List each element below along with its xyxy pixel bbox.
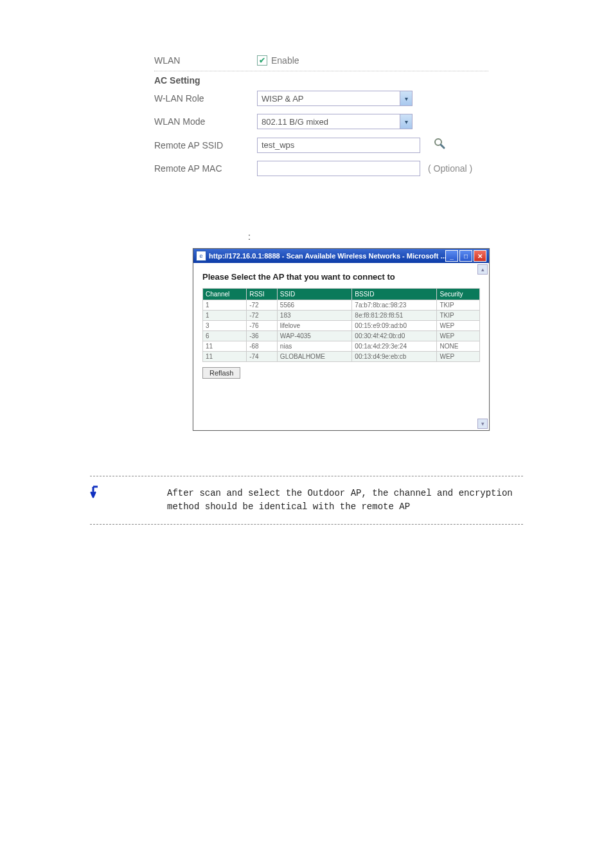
remote-ap-mac-label: Remote AP MAC xyxy=(154,163,257,174)
wlan-mode-label: WLAN Mode xyxy=(154,116,257,127)
ac-setting-header-row: AC Setting xyxy=(154,74,488,87)
table-row[interactable]: 3-76lifelove00:15:e9:09:ad:b0WEP xyxy=(203,321,480,331)
dialog-body: ▴ Please Select the AP that you want to … xyxy=(193,263,489,430)
scan-dialog: e http://172.16.0.1:8888 - Scan Availabl… xyxy=(193,248,490,431)
cell-rssi: -36 xyxy=(247,331,278,341)
dashed-divider xyxy=(90,524,523,525)
checkbox-icon: ✔ xyxy=(257,55,267,66)
wlan-role-select[interactable]: WISP & AP ▾ xyxy=(257,91,413,106)
cell-bssid: 00:1a:4d:29:3e:24 xyxy=(352,341,437,352)
colon-text: : xyxy=(248,231,613,242)
note-section: After scan and select the Outdoor AP, th… xyxy=(90,476,523,525)
cell-rssi: -72 xyxy=(247,311,278,321)
cell-channel: 1 xyxy=(203,311,247,321)
cell-ssid: 183 xyxy=(277,311,351,321)
cell-rssi: -74 xyxy=(247,352,278,362)
cell-bssid: 00:15:e9:09:ad:b0 xyxy=(352,321,437,331)
table-row[interactable]: 11-68nias00:1a:4d:29:3e:24NONE xyxy=(203,341,480,352)
scroll-up-icon[interactable]: ▴ xyxy=(477,264,488,275)
remote-ap-ssid-row: Remote AP SSID test_wps xyxy=(154,133,488,157)
note-arrow-icon xyxy=(90,485,103,500)
cell-security: WEP xyxy=(437,352,480,362)
cell-rssi: -76 xyxy=(247,321,278,331)
col-channel: Channel xyxy=(203,289,247,300)
table-row[interactable]: 1-7255667a:b7:8b:ac:98:23TKIP xyxy=(203,300,480,311)
wlan-mode-value: 802.11 B/G mixed xyxy=(258,117,400,127)
cell-ssid: lifelove xyxy=(277,321,351,331)
scroll-down-icon[interactable]: ▾ xyxy=(477,419,488,429)
col-security: Security xyxy=(437,289,480,300)
remote-ap-mac-row: Remote AP MAC ( Optional ) xyxy=(154,157,488,180)
ac-settings-panel: WLAN ✔ Enable AC Setting W-LAN Role WISP… xyxy=(154,51,488,180)
table-row[interactable]: 1-721838e:f8:81:28:f8:51TKIP xyxy=(203,311,480,321)
minimize-button[interactable]: _ xyxy=(445,250,458,262)
optional-label: ( Optional ) xyxy=(428,163,472,174)
col-rssi: RSSI xyxy=(247,289,278,300)
svg-line-1 xyxy=(441,145,444,148)
col-bssid: BSSID xyxy=(352,289,437,300)
cell-bssid: 8e:f8:81:28:f8:51 xyxy=(352,311,437,321)
cell-channel: 1 xyxy=(203,300,247,311)
wlan-label: WLAN xyxy=(154,55,257,66)
wlan-role-row: W-LAN Role WISP & AP ▾ xyxy=(154,87,488,110)
dialog-heading: Please Select the AP that you want to co… xyxy=(202,272,480,282)
table-header-row: Channel RSSI SSID BSSID Security xyxy=(203,289,480,300)
scan-results-table: Channel RSSI SSID BSSID Security 1-72556… xyxy=(202,288,480,362)
dialog-title: http://172.16.0.1:8888 - Scan Available … xyxy=(209,252,445,260)
table-row[interactable]: 11-74GLOBALHOME00:13:d4:9e:eb:cbWEP xyxy=(203,352,480,362)
reflash-button[interactable]: Reflash xyxy=(202,367,240,379)
cell-bssid: 00:13:d4:9e:eb:cb xyxy=(352,352,437,362)
cell-bssid: 7a:b7:8b:ac:98:23 xyxy=(352,300,437,311)
remote-ap-ssid-value: test_wps xyxy=(262,140,294,150)
cell-ssid: WAP-4035 xyxy=(277,331,351,341)
wlan-role-label: W-LAN Role xyxy=(154,93,257,104)
col-ssid: SSID xyxy=(277,289,351,300)
cell-bssid: 00:30:4f:42:0b:d0 xyxy=(352,331,437,341)
cell-ssid: GLOBALHOME xyxy=(277,352,351,362)
cell-security: WEP xyxy=(437,331,480,341)
search-icon[interactable] xyxy=(433,137,446,153)
chevron-down-icon: ▾ xyxy=(400,91,412,105)
cell-rssi: -72 xyxy=(247,300,278,311)
cell-rssi: -68 xyxy=(247,341,278,352)
ie-icon: e xyxy=(196,251,206,261)
close-button[interactable]: ✕ xyxy=(474,250,486,262)
table-row[interactable]: 6-36WAP-403500:30:4f:42:0b:d0WEP xyxy=(203,331,480,341)
cell-security: TKIP xyxy=(437,300,480,311)
remote-ap-ssid-input[interactable]: test_wps xyxy=(257,138,420,153)
cell-channel: 6 xyxy=(203,331,247,341)
wlan-row: WLAN ✔ Enable xyxy=(154,51,488,71)
dialog-titlebar: e http://172.16.0.1:8888 - Scan Availabl… xyxy=(193,249,489,263)
ac-setting-label: AC Setting xyxy=(154,75,257,86)
wlan-mode-row: WLAN Mode 802.11 B/G mixed ▾ xyxy=(154,110,488,133)
cell-ssid: nias xyxy=(277,341,351,352)
wlan-mode-select[interactable]: 802.11 B/G mixed ▾ xyxy=(257,114,413,129)
cell-security: TKIP xyxy=(437,311,480,321)
cell-channel: 11 xyxy=(203,352,247,362)
cell-channel: 11 xyxy=(203,341,247,352)
chevron-down-icon: ▾ xyxy=(400,114,412,129)
cell-ssid: 5566 xyxy=(277,300,351,311)
cell-security: NONE xyxy=(437,341,480,352)
dashed-divider xyxy=(90,476,523,476)
remote-ap-ssid-label: Remote AP SSID xyxy=(154,140,257,150)
wlan-enable-label: Enable xyxy=(271,55,299,66)
wlan-enable-checkbox[interactable]: ✔ Enable xyxy=(257,55,299,66)
remote-ap-mac-input[interactable] xyxy=(257,161,420,176)
cell-channel: 3 xyxy=(203,321,247,331)
note-text: After scan and select the Outdoor AP, th… xyxy=(167,487,523,514)
wlan-role-value: WISP & AP xyxy=(258,94,400,104)
maximize-button[interactable]: □ xyxy=(459,250,472,262)
note-row: After scan and select the Outdoor AP, th… xyxy=(90,487,523,514)
cell-security: WEP xyxy=(437,321,480,331)
window-buttons: _ □ ✕ xyxy=(445,250,486,262)
